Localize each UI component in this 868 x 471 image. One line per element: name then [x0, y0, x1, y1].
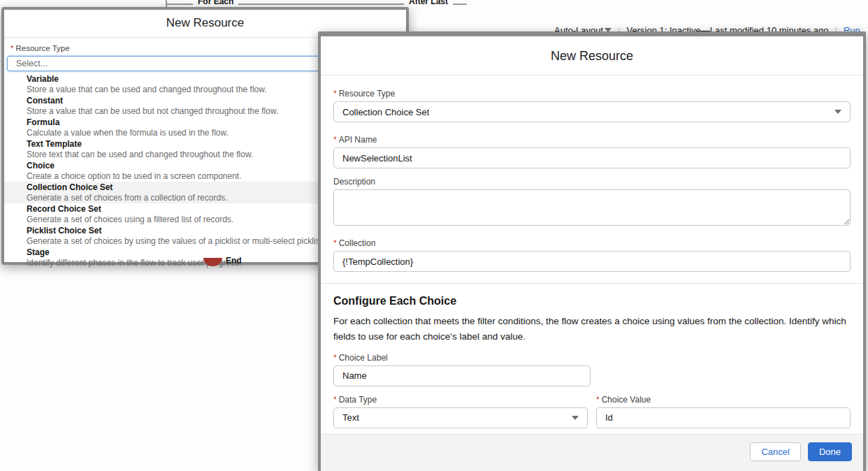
- api-name-input[interactable]: NewSelectionList: [333, 147, 851, 168]
- collection-value: {!TempCollection}: [342, 256, 413, 267]
- required-asterisk: *: [10, 44, 13, 52]
- choice-label-label: *Choice Label: [333, 353, 851, 363]
- required-asterisk: *: [333, 353, 337, 363]
- configure-each-choice-description: For each collection that meets the filte…: [333, 314, 851, 345]
- collection-input[interactable]: {!TempCollection}: [333, 251, 851, 272]
- done-button[interactable]: Done: [808, 442, 852, 461]
- description-label: Description: [333, 177, 851, 187]
- connector-label-after-last: After Last: [404, 0, 453, 6]
- required-asterisk: *: [333, 135, 337, 145]
- required-asterisk: *: [596, 395, 600, 405]
- data-type-select[interactable]: Text: [333, 407, 588, 428]
- description-textarea[interactable]: [333, 189, 851, 226]
- end-node-label: End: [226, 256, 242, 266]
- choice-label-value: Name: [342, 370, 367, 381]
- collection-label: *Collection: [333, 238, 851, 248]
- resource-type-select[interactable]: Collection Choice Set: [333, 101, 851, 122]
- dialog-title: New Resource: [321, 36, 863, 75]
- required-asterisk: *: [333, 238, 337, 248]
- section-divider: [321, 283, 863, 284]
- combobox-placeholder: Select...: [16, 59, 48, 68]
- choice-label-input[interactable]: Name: [333, 365, 591, 386]
- resource-type-label: *Resource Type: [333, 89, 851, 99]
- choice-value-label: *Choice Value: [596, 395, 851, 405]
- chevron-down-icon: [572, 416, 579, 420]
- data-type-value: Text: [342, 412, 359, 423]
- data-type-label: *Data Type: [333, 395, 588, 405]
- choice-value-input[interactable]: Id: [596, 407, 851, 428]
- configure-each-choice-heading: Configure Each Choice: [333, 295, 851, 307]
- api-name-label: *API Name: [333, 135, 851, 145]
- dialog-footer: Cancel Done: [321, 434, 863, 471]
- cancel-button[interactable]: Cancel: [750, 442, 800, 461]
- chevron-down-icon: [834, 110, 841, 114]
- api-name-value: NewSelectionList: [342, 153, 412, 164]
- new-resource-dialog: New Resource *Resource Type Collection C…: [318, 31, 866, 471]
- choice-value-value: Id: [605, 412, 613, 423]
- resource-type-value: Collection Choice Set: [342, 107, 429, 117]
- required-asterisk: *: [333, 89, 337, 99]
- dialog-body: *Resource Type Collection Choice Set *AP…: [321, 75, 863, 434]
- required-asterisk: *: [333, 395, 337, 405]
- connector-label-for-each: For Each: [193, 0, 238, 6]
